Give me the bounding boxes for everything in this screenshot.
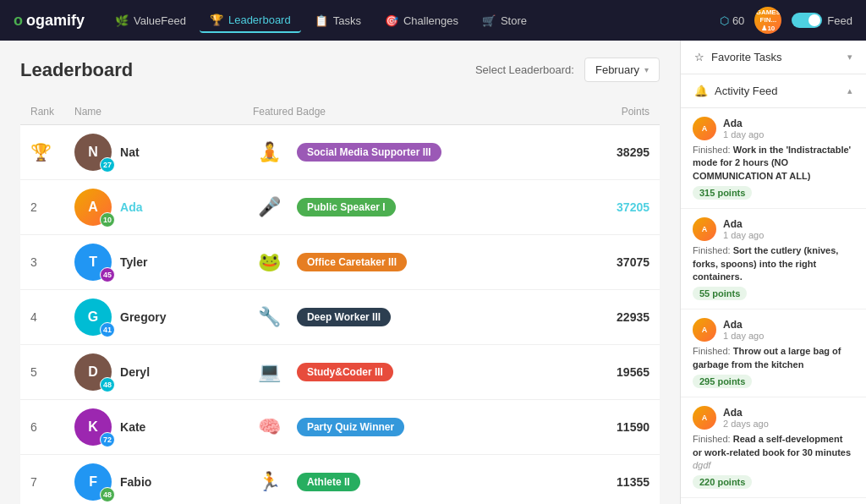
nav-challenges-label: Challenges: [403, 14, 458, 27]
activity-meta: Ada 1 day ago: [723, 218, 764, 240]
nav-valuefeed-label: ValueFeed: [134, 14, 186, 27]
nav-store[interactable]: 🛒 Store: [472, 8, 537, 33]
table-row: 🏆 N 27 Nat 🧘 Social Media Supporter III …: [20, 125, 660, 180]
period-dropdown[interactable]: February ▾: [584, 58, 660, 82]
level-badge: 48: [100, 377, 115, 392]
user-avatar-nav[interactable]: GAMESFIN...♟10: [754, 7, 781, 34]
logo: oogamify: [14, 12, 85, 30]
leaderboard-table: Rank Name Featured Badge Points 🏆 N 27 N…: [20, 99, 660, 504]
favorite-tasks-section: ☆ Favorite Tasks ▾: [681, 41, 866, 74]
player-name: Ada: [120, 200, 142, 214]
rank-cell: 6: [20, 400, 64, 455]
feed-toggle[interactable]: [792, 13, 822, 28]
activity-time: 1 day ago: [723, 129, 764, 140]
nav-valuefeed[interactable]: 🌿 ValueFeed: [105, 8, 196, 33]
points-cell: 37205: [575, 180, 660, 235]
activity-avatar: A: [693, 217, 716, 241]
avatar-wrapper: T 45: [74, 244, 112, 281]
badge-cell: 🧠 Party Quiz Winner: [243, 400, 575, 455]
rank-cell: 2: [20, 180, 64, 235]
name-cell: A 10 Ada: [64, 180, 243, 235]
col-rank: Rank: [20, 99, 64, 125]
table-header-row: Rank Name Featured Badge Points: [20, 99, 660, 125]
activity-time: 1 day ago: [723, 230, 764, 240]
points-value: 60: [732, 14, 744, 27]
player-name: Tyler: [120, 255, 147, 269]
activity-feed-section: 🔔 Activity Feed ▴: [681, 74, 866, 108]
points-tag: 220 points: [693, 475, 752, 489]
activity-avatar: A: [693, 318, 716, 342]
nav-tasks-label: Tasks: [333, 14, 361, 27]
player-name: Kate: [120, 420, 145, 434]
name-cell: N 27 Nat: [64, 125, 243, 180]
activity-item: A Ada 1 day ago Finished: Work in the 'I…: [681, 108, 866, 209]
activity-username: Ada: [723, 218, 764, 230]
activity-username: Ada: [723, 407, 769, 419]
points-tag: 295 points: [693, 375, 752, 388]
nav-store-label: Store: [501, 14, 527, 27]
points-cell: 38295: [575, 125, 660, 180]
avatar-wrapper: N 27: [74, 134, 112, 171]
activity-text: Finished: Read a self-development or wor…: [693, 433, 854, 472]
points-cell: 19565: [575, 345, 660, 400]
right-sidebar: ☆ Favorite Tasks ▾ 🔔 Activity Feed ▴ A: [680, 41, 866, 504]
player-name: Fabio: [120, 475, 151, 489]
activity-feed-header[interactable]: 🔔 Activity Feed ▴: [681, 74, 866, 107]
nav-tasks[interactable]: 📋 Tasks: [304, 8, 371, 33]
points-tag: 55 points: [693, 287, 747, 300]
rank-cell: 3: [20, 235, 64, 290]
activity-text: Finished: Throw out a large bag of garba…: [693, 345, 854, 371]
badge-icon: 💻: [253, 355, 287, 389]
leaderboard-area: Leaderboard Select Leaderboard: February…: [0, 41, 680, 504]
badge-cell: 🧘 Social Media Supporter III: [243, 125, 575, 180]
store-icon: 🛒: [482, 14, 496, 27]
activity-username: Ada: [723, 319, 764, 331]
level-badge: 10: [100, 212, 115, 227]
nav-leaderboard[interactable]: 🏆 Leaderboard: [200, 8, 301, 33]
table-row: 7 F 48 Fabio 🏃 Athlete II 11355: [20, 455, 660, 505]
name-cell: T 45 Tyler: [64, 235, 243, 290]
name-cell: G 41 Gregory: [64, 290, 243, 345]
leaderboard-header: Leaderboard Select Leaderboard: February…: [20, 58, 660, 82]
badge-cell: 🔧 Deep Worker III: [243, 290, 575, 345]
activity-feed-scroll[interactable]: A Ada 1 day ago Finished: Work in the 'I…: [681, 108, 866, 504]
points-cell: 22935: [575, 290, 660, 345]
rank-cell: 🏆: [20, 125, 64, 180]
tasks-icon: 📋: [315, 14, 328, 27]
rank-cell: 5: [20, 345, 64, 400]
points-cell: 37075: [575, 235, 660, 290]
favorite-tasks-title: ☆ Favorite Tasks: [694, 51, 782, 63]
level-badge: 27: [100, 157, 115, 173]
activity-avatar: A: [693, 406, 716, 430]
activity-header: A Ada 1 day ago: [693, 117, 854, 140]
activity-text: Finished: Sort the cutlery (knives, fork…: [693, 244, 854, 283]
activity-header: A Ada 1 day ago: [693, 217, 854, 241]
badge-icon: 🧠: [253, 410, 287, 444]
nav-challenges[interactable]: 🎯 Challenges: [375, 8, 469, 33]
points-icon: ⬡: [720, 14, 729, 27]
activity-meta: Ada 1 day ago: [723, 319, 764, 341]
name-cell: F 48 Fabio: [64, 455, 243, 505]
nav-items: 🌿 ValueFeed 🏆 Leaderboard 📋 Tasks 🎯 Chal…: [105, 8, 720, 33]
activity-item: A Ada 2 days ago Finished: Read a self-d…: [681, 397, 866, 498]
star-icon: ☆: [694, 51, 704, 63]
logo-icon: o: [14, 12, 23, 30]
badge-pill: Study&Coder III: [297, 363, 393, 381]
activity-time: 1 day ago: [723, 331, 764, 341]
activity-header: A Ada 2 days ago: [693, 406, 854, 430]
table-row: 2 A 10 Ada 🎤 Public Speaker I 37205: [20, 180, 660, 235]
content-area: Leaderboard Select Leaderboard: February…: [0, 41, 866, 504]
badge-icon: 🐸: [253, 245, 287, 279]
points-cell: 11355: [575, 455, 660, 505]
points-tag: 315 points: [693, 186, 752, 200]
favorite-tasks-header[interactable]: ☆ Favorite Tasks ▾: [681, 41, 866, 74]
nav-leaderboard-label: Leaderboard: [228, 14, 291, 26]
feed-toggle-wrapper: Feed: [792, 13, 852, 28]
rank-cell: 4: [20, 290, 64, 345]
feed-label: Feed: [827, 14, 852, 27]
badge-pill: Office Caretaker III: [297, 253, 407, 271]
avatar-text: GAMESFIN...♟10: [756, 8, 781, 33]
table-row: 3 T 45 Tyler 🐸 Office Caretaker III 3707…: [20, 235, 660, 290]
level-badge: 48: [100, 487, 115, 502]
level-badge: 41: [100, 322, 115, 337]
